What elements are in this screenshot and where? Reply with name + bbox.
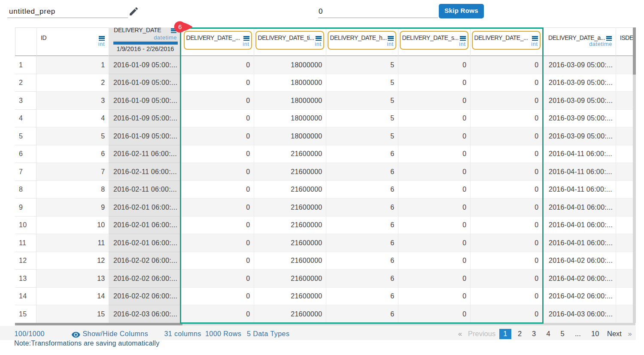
svg-text:6: 6 bbox=[178, 23, 182, 30]
